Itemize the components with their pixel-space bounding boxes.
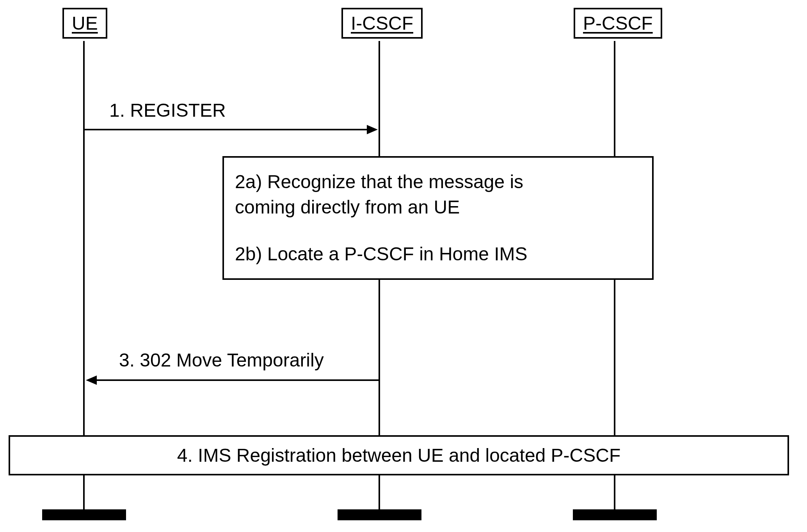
actor-ue-label: UE bbox=[72, 13, 98, 34]
message-register-label: 1. REGISTER bbox=[109, 100, 226, 121]
message-302-arrowhead bbox=[86, 375, 97, 385]
ground-bar-icscf bbox=[338, 509, 421, 520]
note-line-2b: 2b) Locate a P-CSCF in Home IMS bbox=[235, 242, 641, 267]
actor-pcscf: P-CSCF bbox=[574, 8, 662, 39]
note-line-2a-part1: 2a) Recognize that the message is bbox=[235, 169, 641, 195]
actor-icscf: I-CSCF bbox=[341, 8, 423, 39]
step4-label: 4. IMS Registration between UE and locat… bbox=[177, 445, 621, 466]
message-register-arrowhead bbox=[367, 125, 378, 134]
actor-icscf-label: I-CSCF bbox=[351, 13, 413, 34]
message-302-label: 3. 302 Move Temporarily bbox=[119, 349, 324, 371]
note-line-2a-part2: coming directly from an UE bbox=[235, 195, 641, 220]
note-spacer bbox=[235, 220, 641, 242]
note-step2: 2a) Recognize that the message is coming… bbox=[222, 156, 654, 280]
actor-pcscf-label: P-CSCF bbox=[583, 13, 653, 34]
message-302-arrow bbox=[96, 379, 380, 381]
ground-bar-ue bbox=[42, 509, 126, 520]
ground-bar-pcscf bbox=[573, 509, 657, 520]
sequence-diagram: UE I-CSCF P-CSCF 1. REGISTER 2a) Recogni… bbox=[0, 0, 807, 532]
step4-box: 4. IMS Registration between UE and locat… bbox=[9, 435, 789, 475]
message-register-arrow bbox=[85, 129, 368, 130]
actor-ue: UE bbox=[62, 8, 107, 39]
